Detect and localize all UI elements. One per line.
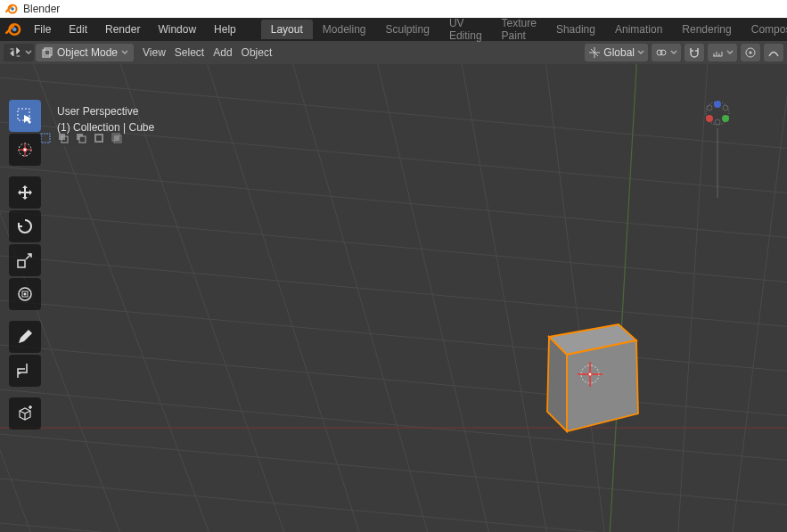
tab-layout[interactable]: Layout xyxy=(261,20,313,39)
tab-animation[interactable]: Animation xyxy=(605,20,672,39)
svg-line-35 xyxy=(767,64,787,532)
svg-point-66 xyxy=(723,105,728,110)
svg-point-68 xyxy=(715,119,720,125)
tool-add-cube[interactable] xyxy=(9,397,41,430)
header-menus: View Select Add Object xyxy=(143,46,272,59)
svg-point-63 xyxy=(706,115,713,122)
top-menubar: File Edit Render Window Help Layout Mode… xyxy=(0,18,787,41)
toolbar xyxy=(9,100,41,430)
svg-rect-52 xyxy=(114,135,119,141)
cube-object[interactable] xyxy=(533,317,649,442)
tool-measure[interactable] xyxy=(9,355,41,387)
tool-scale[interactable] xyxy=(9,244,41,276)
svg-point-3 xyxy=(12,28,17,32)
falloff-icon xyxy=(767,46,780,59)
svg-rect-5 xyxy=(45,48,52,55)
svg-point-67 xyxy=(707,105,712,110)
tool-cursor[interactable] xyxy=(9,134,41,166)
chevron-down-icon xyxy=(25,49,32,56)
svg-rect-47 xyxy=(79,136,86,143)
tool-transform[interactable] xyxy=(9,278,41,310)
menu-window[interactable]: Window xyxy=(149,20,205,39)
tab-texture-paint[interactable]: Texture Paint xyxy=(492,13,546,45)
mode-label: Object Mode xyxy=(57,46,118,59)
svg-line-29 xyxy=(267,64,472,532)
menu-help[interactable]: Help xyxy=(205,20,245,39)
tab-modeling[interactable]: Modeling xyxy=(313,20,376,39)
3d-viewport[interactable]: User Perspective (1) Collection | Cube xyxy=(0,64,787,532)
context-label: (1) Collection | Cube xyxy=(57,119,154,135)
svg-line-31 xyxy=(446,64,575,532)
snap-increment-icon xyxy=(711,46,724,59)
header-view[interactable]: View xyxy=(143,46,166,59)
chevron-down-icon xyxy=(637,49,644,56)
header-select[interactable]: Select xyxy=(175,46,204,59)
tab-compositing[interactable]: Compositing xyxy=(742,20,787,39)
svg-point-57 xyxy=(23,148,27,151)
svg-line-16 xyxy=(0,321,787,449)
header-object[interactable]: Object xyxy=(242,46,273,59)
menu-file[interactable]: File xyxy=(25,20,60,39)
svg-line-12 xyxy=(0,143,787,271)
svg-point-42 xyxy=(588,372,592,376)
chevron-down-icon xyxy=(670,49,677,56)
tab-rendering[interactable]: Rendering xyxy=(672,20,741,39)
orientation-label: Global xyxy=(603,46,635,59)
svg-line-32 xyxy=(535,64,624,532)
blender-logo-icon xyxy=(5,3,18,15)
svg-marker-38 xyxy=(567,340,638,431)
svg-line-13 xyxy=(0,187,787,315)
tool-rotate[interactable] xyxy=(9,210,41,242)
editor-type-dropdown[interactable] xyxy=(4,44,34,61)
svg-rect-43 xyxy=(41,134,50,143)
svg-line-17 xyxy=(0,365,787,494)
object-mode-icon xyxy=(41,46,53,59)
tool-move[interactable] xyxy=(9,176,41,209)
svg-rect-49 xyxy=(96,135,102,141)
blender-splash-icon[interactable] xyxy=(5,20,21,39)
snap-type-dropdown[interactable] xyxy=(708,44,737,61)
svg-line-30 xyxy=(357,64,526,532)
svg-point-7 xyxy=(660,50,666,55)
svg-line-19 xyxy=(0,454,787,532)
tool-annotate[interactable] xyxy=(9,321,41,353)
tab-shading[interactable]: Shading xyxy=(546,20,605,39)
chevron-down-icon xyxy=(726,49,734,56)
svg-line-28 xyxy=(178,64,410,532)
header-add[interactable]: Add xyxy=(213,46,232,59)
tab-sculpting[interactable]: Sculpting xyxy=(376,20,439,39)
viewport-overlay-text: User Perspective (1) Collection | Cube xyxy=(57,103,154,135)
svg-rect-58 xyxy=(18,260,25,267)
svg-point-9 xyxy=(750,52,752,54)
workspace-tabs: Layout Modeling Sculpting UV Editing Tex… xyxy=(261,13,787,45)
nav-gizmo[interactable] xyxy=(700,100,735,207)
svg-point-64 xyxy=(722,115,729,122)
orientation-dropdown[interactable]: Global xyxy=(585,44,648,61)
svg-rect-4 xyxy=(43,50,50,57)
app-title: Blender xyxy=(23,3,60,15)
proportional-button[interactable] xyxy=(741,44,760,61)
menu-edit[interactable]: Edit xyxy=(60,20,96,39)
snap-button[interactable] xyxy=(685,44,704,61)
pivot-icon xyxy=(655,46,668,59)
magnet-icon xyxy=(688,46,701,59)
proportional-type-dropdown[interactable] xyxy=(764,44,783,61)
menu-render[interactable]: Render xyxy=(96,20,149,39)
svg-point-1 xyxy=(11,7,14,11)
tool-select-box[interactable] xyxy=(9,100,41,132)
proportional-icon xyxy=(744,46,757,59)
mode-dropdown[interactable]: Object Mode xyxy=(36,44,134,61)
svg-point-65 xyxy=(714,101,721,108)
orientation-icon xyxy=(588,46,601,59)
pivot-dropdown[interactable] xyxy=(652,44,681,61)
perspective-label: User Perspective xyxy=(57,103,154,119)
svg-line-15 xyxy=(0,276,787,405)
svg-line-14 xyxy=(0,232,787,360)
chevron-down-icon xyxy=(121,49,128,56)
svg-point-61 xyxy=(24,293,27,296)
svg-marker-37 xyxy=(547,337,567,431)
tab-uv-editing[interactable]: UV Editing xyxy=(439,13,492,45)
